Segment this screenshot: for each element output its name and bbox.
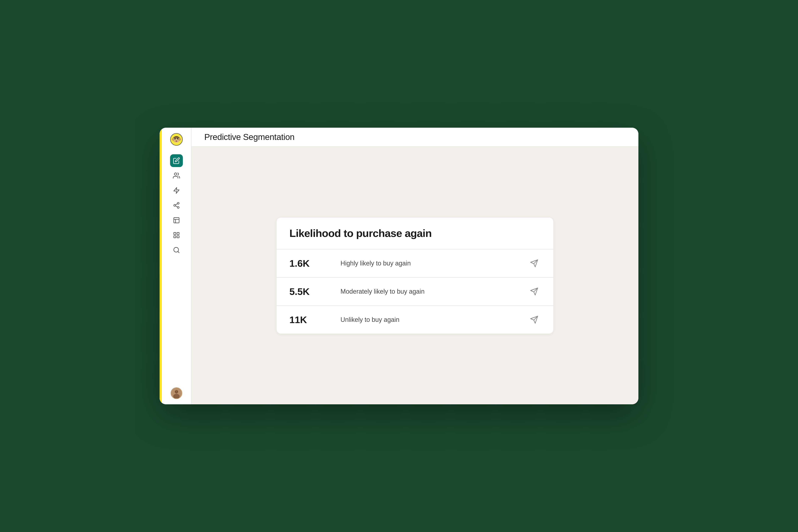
mailchimp-logo[interactable] xyxy=(170,133,183,146)
svg-point-13 xyxy=(174,205,175,206)
purchase-likelihood-card: Likelihood to purchase again 1.6K Highly… xyxy=(277,217,553,334)
svg-rect-23 xyxy=(177,236,179,238)
row-label-medium: Moderately likely to buy again xyxy=(332,288,528,295)
content-area: Likelihood to purchase again 1.6K Highly… xyxy=(191,147,639,404)
svg-point-10 xyxy=(174,173,177,175)
sidebar-item-audience[interactable] xyxy=(170,169,183,182)
sidebar-item-search[interactable] xyxy=(170,244,183,256)
table-row: 11K Unlikely to buy again xyxy=(277,306,553,334)
svg-line-15 xyxy=(175,206,177,207)
page-title: Predictive Segmentation xyxy=(204,132,294,142)
send-icon-medium[interactable] xyxy=(528,285,540,298)
sidebar-item-campaigns[interactable] xyxy=(170,154,183,167)
svg-point-30 xyxy=(177,391,178,392)
table-row: 1.6K Highly likely to buy again xyxy=(277,249,553,278)
svg-rect-20 xyxy=(174,232,176,234)
sidebar xyxy=(159,128,191,404)
card-header: Likelihood to purchase again xyxy=(277,217,553,249)
send-icon-high[interactable] xyxy=(528,257,540,270)
table-row: 5.5K Moderately likely to buy again xyxy=(277,278,553,306)
app-window: Predictive Segmentation Likelihood to pu… xyxy=(159,128,639,404)
top-bar: Predictive Segmentation xyxy=(191,128,639,147)
svg-line-25 xyxy=(178,251,179,253)
svg-rect-22 xyxy=(174,236,176,238)
sidebar-item-integrations[interactable] xyxy=(170,229,183,242)
svg-point-5 xyxy=(175,138,175,139)
row-count-medium: 5.5K xyxy=(289,286,332,297)
card-title: Likelihood to purchase again xyxy=(289,227,540,240)
svg-point-6 xyxy=(177,138,178,139)
row-label-low: Unlikely to buy again xyxy=(332,316,528,323)
sidebar-item-automations[interactable] xyxy=(170,184,183,197)
row-count-high: 1.6K xyxy=(289,258,332,269)
row-count-low: 11K xyxy=(289,314,332,325)
svg-line-16 xyxy=(175,204,177,205)
svg-marker-11 xyxy=(174,187,179,193)
svg-rect-17 xyxy=(174,217,179,223)
sidebar-item-segmentation[interactable] xyxy=(170,199,183,212)
main-content: Predictive Segmentation Likelihood to pu… xyxy=(191,128,639,404)
sidebar-item-content[interactable] xyxy=(170,214,183,227)
svg-point-8 xyxy=(172,138,174,140)
svg-rect-21 xyxy=(177,232,179,234)
row-label-high: Highly likely to buy again xyxy=(332,260,528,267)
user-avatar[interactable] xyxy=(171,387,182,399)
sidebar-nav xyxy=(170,154,183,387)
svg-point-12 xyxy=(177,202,179,204)
svg-point-29 xyxy=(175,391,176,392)
send-icon-low[interactable] xyxy=(528,314,540,326)
svg-point-14 xyxy=(177,207,179,208)
svg-point-9 xyxy=(178,138,181,140)
